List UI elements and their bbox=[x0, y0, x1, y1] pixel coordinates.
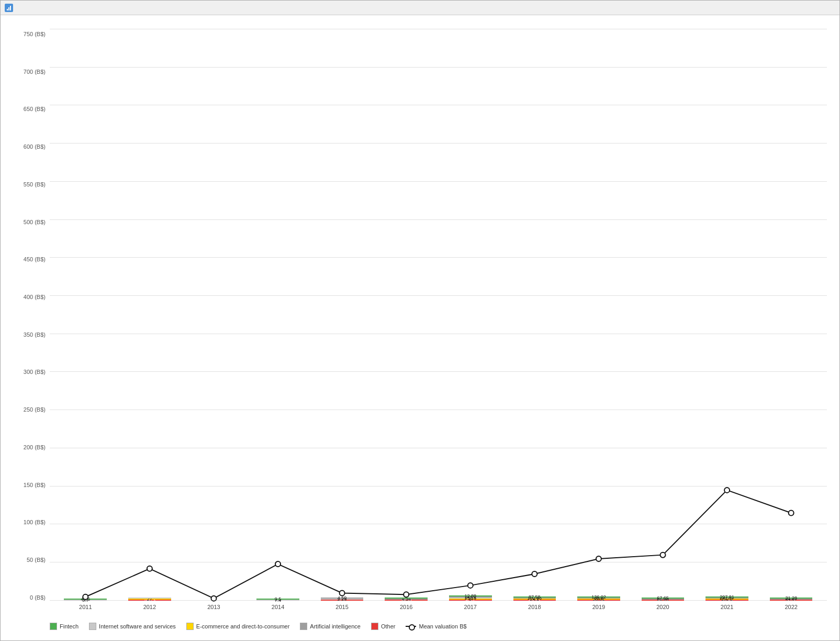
legend-label: Other bbox=[381, 623, 396, 629]
bar-segment-other: 39.37 bbox=[385, 600, 428, 601]
bar-group: 39.374.34 bbox=[376, 29, 437, 601]
bar-stack: 45.5224.1102.9387.58 bbox=[513, 596, 556, 601]
legend-item-ecommerce: E-commerce and direct-to-consumer bbox=[186, 623, 290, 630]
bar-segment-internet: 7.4 bbox=[256, 600, 299, 601]
bar-segment-fintech: 87.58 bbox=[513, 596, 556, 598]
bar-group: 5.745.6 bbox=[55, 29, 116, 601]
y-tick: 300 (B$) bbox=[24, 369, 46, 375]
legend-color-swatch bbox=[300, 623, 307, 630]
bar-segment-ai: 102.93 bbox=[513, 598, 556, 599]
x-tick: 2014 bbox=[248, 602, 309, 616]
bar-segment-fintech: 9.5 bbox=[256, 599, 299, 600]
bar-group: 2.52.154.59 bbox=[311, 29, 373, 601]
bar-segment-ai: 4.59 bbox=[321, 598, 364, 599]
y-tick: 150 (B$) bbox=[24, 482, 46, 488]
bar-stack: 5.745.6 bbox=[64, 599, 107, 601]
y-tick: 200 (B$) bbox=[24, 444, 46, 450]
bar-stack: 6.37615.15149.112.88 bbox=[449, 595, 492, 601]
y-tick: 250 (B$) bbox=[24, 406, 46, 413]
x-tick: 2020 bbox=[632, 602, 693, 616]
bar-segment-other: 35.93 bbox=[705, 600, 748, 601]
bar-group: 5.0444.6731.28 bbox=[760, 29, 822, 601]
bar-segment-fintech: 12.88 bbox=[449, 595, 492, 596]
legend-item-internet: Internet software and services bbox=[89, 623, 176, 630]
legend-line-symbol bbox=[406, 626, 416, 627]
x-tick: 2012 bbox=[119, 602, 181, 616]
legend-color-swatch bbox=[371, 623, 378, 630]
window-controls bbox=[781, 2, 835, 14]
svg-rect-2 bbox=[8, 7, 9, 10]
legend-item-ai: Artificial intelligence bbox=[300, 623, 361, 630]
bar-segment-fintech: 45.6 bbox=[64, 599, 107, 600]
bar-segment-ecommerce: 102.2 bbox=[705, 599, 748, 600]
minimize-button[interactable] bbox=[781, 2, 798, 14]
y-tick: 0 (B$) bbox=[30, 594, 46, 601]
x-tick: 2021 bbox=[697, 602, 758, 616]
y-tick: 750 (B$) bbox=[24, 31, 46, 37]
bar-stack: 7.49.5 bbox=[256, 599, 299, 601]
x-tick: 2015 bbox=[311, 602, 373, 616]
bar-segment-fintech: 136.02 bbox=[577, 596, 620, 598]
bar-segment-internet: 2.15 bbox=[321, 599, 364, 600]
legend: FintechInternet software and servicesE-c… bbox=[13, 616, 827, 632]
bar-segment-ecommerce: 6 bbox=[449, 599, 492, 600]
svg-rect-3 bbox=[10, 6, 11, 10]
bar-segment-ai: 55.6 bbox=[577, 598, 620, 599]
bar-group: 34.1181.9867.65 bbox=[632, 29, 693, 601]
bar-segment-ecommerce: 27 bbox=[128, 599, 171, 600]
maximize-button[interactable] bbox=[800, 2, 816, 14]
legend-label: Artificial intelligence bbox=[310, 623, 361, 629]
legend-label: Mean valuation B$ bbox=[419, 623, 466, 629]
bar-segment-internet: 15.15 bbox=[449, 598, 492, 599]
legend-label: Internet software and services bbox=[99, 623, 176, 629]
bar-group: 6.37615.15149.112.88 bbox=[440, 29, 501, 601]
legend-item-mean: Mean valuation B$ bbox=[406, 623, 466, 629]
bar-segment-other: 6.37 bbox=[449, 600, 492, 601]
y-tick: 500 (B$) bbox=[24, 219, 46, 225]
bar-segment-other: 2.5 bbox=[321, 600, 364, 601]
legend-color-swatch bbox=[89, 623, 96, 630]
x-tick: 2013 bbox=[183, 602, 244, 616]
bar-stack: 39.374.34 bbox=[385, 598, 428, 601]
close-button[interactable] bbox=[819, 2, 835, 14]
x-tick: 2016 bbox=[376, 602, 437, 616]
bar-group bbox=[183, 29, 244, 601]
bar-segment-ecommerce: 33.01 bbox=[577, 599, 620, 600]
legend-label: Fintech bbox=[60, 623, 79, 629]
x-tick: 2019 bbox=[568, 602, 630, 616]
x-tick: 2018 bbox=[504, 602, 565, 616]
chart-area: 750 (B$)700 (B$)650 (B$)600 (B$)550 (B$)… bbox=[13, 29, 827, 616]
titlebar bbox=[1, 1, 839, 15]
y-tick: 700 (B$) bbox=[24, 69, 46, 75]
bar-segment-ai: 149.1 bbox=[449, 596, 492, 598]
x-tick: 2011 bbox=[55, 602, 116, 616]
y-tick: 650 (B$) bbox=[24, 106, 46, 112]
bar-group: 31.2433.0155.6136.02 bbox=[568, 29, 630, 601]
bar-segment-ai: 4.34 bbox=[385, 599, 428, 600]
y-tick: 400 (B$) bbox=[24, 294, 46, 300]
bar-segment-ai: 44.67 bbox=[770, 599, 813, 600]
legend-label: E-commerce and direct-to-consumer bbox=[196, 623, 290, 629]
y-tick: 600 (B$) bbox=[24, 143, 46, 150]
app-icon bbox=[5, 4, 13, 12]
bar-segment-other: 100.3 bbox=[128, 600, 171, 601]
bar-value-label: 9.5 bbox=[256, 596, 299, 602]
bar-segment-fintech bbox=[385, 598, 428, 599]
main-window: 750 (B$)700 (B$)650 (B$)600 (B$)550 (B$)… bbox=[0, 0, 840, 641]
bar-stack: 31.2433.0155.6136.02 bbox=[577, 596, 620, 601]
bar-value-label: 45.6 bbox=[64, 596, 107, 602]
x-labels: 2011201220132014201520162017201820192020… bbox=[50, 602, 827, 616]
bar-segment-ecommerce: 24.1 bbox=[513, 599, 556, 600]
bar-segment-other: 31.24 bbox=[577, 600, 620, 601]
bar-stack: 2.52.154.59 bbox=[321, 598, 364, 601]
x-tick: 2022 bbox=[760, 602, 822, 616]
bar-group: 100.327 bbox=[119, 29, 181, 601]
svg-rect-1 bbox=[7, 9, 8, 10]
y-tick: 550 (B$) bbox=[24, 181, 46, 187]
y-tick: 50 (B$) bbox=[27, 557, 46, 563]
legend-item-fintech: Fintech bbox=[50, 623, 79, 630]
chart-container: 750 (B$)700 (B$)650 (B$)600 (B$)550 (B$)… bbox=[1, 15, 839, 640]
y-tick: 350 (B$) bbox=[24, 331, 46, 338]
bars-area: 5.745.6100.3277.49.52.52.154.5939.374.34… bbox=[50, 29, 827, 601]
bar-stack: 34.1181.9867.65 bbox=[642, 598, 685, 601]
